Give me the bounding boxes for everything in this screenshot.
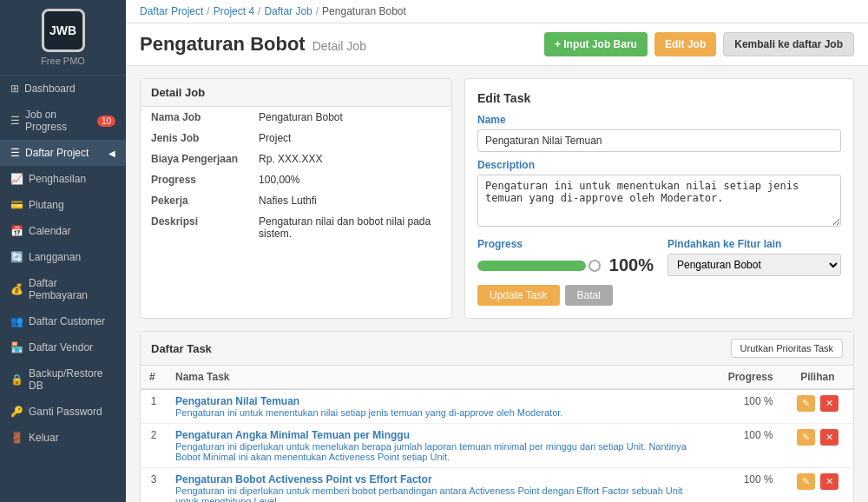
sidebar-item-daftar-pembayaran[interactable]: 💰 Daftar Pembayaran (0, 270, 126, 308)
kembali-button[interactable]: Kembali ke daftar Job (723, 32, 854, 56)
row3-task-desc: Pengaturan ini diperlukan untuk memberi … (175, 485, 704, 502)
sidebar-item-calendar[interactable]: 📅 Calendar (0, 218, 126, 244)
breadcrumb-daftar-project[interactable]: Daftar Project (140, 5, 203, 17)
sidebar-item-daftar-customer[interactable]: 👥 Daftar Customer (0, 308, 126, 334)
detail-row-nama: Nama Job Pengaturan Bobot (141, 107, 451, 128)
task-table-header-row: # Nama Task Progress Pilihan (141, 366, 853, 389)
col-nama-task: Nama Task (167, 366, 713, 389)
row2-progress: 100 % (713, 424, 782, 468)
backup-icon: 🔒 (10, 373, 23, 386)
task-table: # Nama Task Progress Pilihan 1 Pengatura… (141, 366, 853, 502)
row2-task-name[interactable]: Pengaturan Angka Minimal Temuan per Ming… (175, 429, 704, 441)
detail-label-progress: Progress (141, 169, 248, 190)
sidebar-item-daftar-vendor[interactable]: 🏪 Daftar Vendor (0, 334, 126, 360)
sidebar-item-piutang[interactable]: 💳 Piutang (0, 192, 126, 218)
row2-num: 2 (141, 424, 167, 468)
sidebar-item-penghasilan[interactable]: 📈 Penghasilan (0, 166, 126, 192)
keluar-icon: 🚪 (10, 432, 23, 444)
desc-textarea[interactable]: Pengaturan ini untuk menentukan nilai se… (477, 175, 841, 227)
row2-edit-button[interactable]: ✎ (797, 429, 815, 446)
sidebar-item-dashboard[interactable]: ⊞ Dashboard (0, 76, 126, 102)
top-panels: Detail Job Nama Job Pengaturan Bobot Jen… (140, 78, 854, 319)
urutkan-prioritas-button-top[interactable]: Urutkan Prioritas Task (731, 339, 843, 358)
name-input[interactable] (477, 129, 841, 152)
edit-task-title: Edit Task (477, 91, 841, 105)
detail-label-pekerja: Pekerja (141, 190, 248, 211)
sidebar: JWB Free PMO ⊞ Dashboard ☰ Job on Progre… (0, 0, 126, 502)
row2-delete-button[interactable]: ✕ (820, 429, 838, 446)
input-job-baru-button[interactable]: + Input Job Baru (544, 32, 648, 56)
detail-row-progress: Progress 100,00% (141, 169, 451, 190)
row1-task-name[interactable]: Pengaturan Nilai Temuan (175, 395, 704, 407)
table-row: 2 Pengaturan Angka Minimal Temuan per Mi… (141, 424, 853, 468)
sidebar-label-vendor: Daftar Vendor (29, 341, 93, 353)
daftar-task-panel: Daftar Task Urutkan Prioritas Task # Nam… (140, 331, 854, 502)
sidebar-item-daftar-project[interactable]: ☰ Daftar Project ◀ (0, 140, 126, 166)
col-progress: Progress (713, 366, 782, 389)
row3-task-name[interactable]: Pengaturan Bobot Activeness Point vs Eff… (175, 473, 704, 485)
sidebar-item-keluar[interactable]: 🚪 Keluar (0, 425, 126, 451)
progress-display: 100% (609, 255, 654, 275)
detail-job-panel: Detail Job Nama Job Pengaturan Bobot Jen… (140, 78, 452, 319)
pembayaran-icon: 💰 (10, 283, 23, 295)
row1-num: 1 (141, 389, 167, 424)
page-subtitle: Detail Job (312, 39, 366, 53)
main-content: Daftar Project / Project 4 / Daftar Job … (126, 0, 868, 502)
sidebar-item-langganan[interactable]: 🔄 Langganan (0, 244, 126, 270)
sidebar-label-backup: Backup/Restore DB (29, 367, 115, 392)
detail-value-deskripsi: Pengaturan nilai dan bobot nilai pada si… (248, 211, 451, 244)
sidebar-label-job: Job on Progress (25, 109, 92, 133)
col-num: # (141, 366, 167, 389)
breadcrumb-project4[interactable]: Project 4 (214, 5, 254, 17)
row1-task-desc: Pengaturan ini untuk menentukan nilai se… (175, 407, 704, 418)
row1-edit-button[interactable]: ✎ (797, 395, 815, 412)
detail-value-nama: Pengaturan Bobot (248, 107, 451, 128)
row3-delete-button[interactable]: ✕ (820, 473, 838, 490)
detail-job-table: Nama Job Pengaturan Bobot Jenis Job Proj… (141, 107, 451, 244)
sidebar-nav: ⊞ Dashboard ☰ Job on Progress 10 ☰ Dafta… (0, 76, 126, 502)
daftar-task-header: Daftar Task Urutkan Prioritas Task (141, 332, 853, 366)
sidebar-label-keluar: Keluar (29, 432, 59, 444)
detail-job-header: Detail Job (141, 79, 451, 107)
job-badge: 10 (97, 116, 115, 127)
logo-sub: Free PMO (41, 56, 85, 66)
row1-pilihan: ✎ ✕ (782, 389, 853, 424)
row1-task: Pengaturan Nilai Temuan Pengaturan ini u… (167, 389, 713, 424)
row2-pilihan: ✎ ✕ (782, 424, 853, 468)
sidebar-label-password: Ganti Password (29, 406, 102, 418)
row3-num: 3 (141, 468, 167, 503)
progress-handle[interactable] (589, 260, 601, 272)
form-actions: Update Task Batal (477, 285, 841, 306)
row3-edit-button[interactable]: ✎ (797, 473, 815, 490)
edit-task-panel: Edit Task Name Description Pengaturan in… (464, 78, 854, 319)
detail-label-biaya: Biaya Pengerjaan (141, 149, 248, 169)
detail-row-deskripsi: Deskripsi Pengaturan nilai dan bobot nil… (141, 211, 451, 244)
sidebar-item-backup-restore[interactable]: 🔒 Backup/Restore DB (0, 360, 126, 399)
sidebar-label-calendar: Calendar (29, 225, 71, 237)
table-row: 3 Pengaturan Bobot Activeness Point vs E… (141, 468, 853, 503)
pindah-section: Pindahkan ke Fitur lain Pengaturan Bobot (667, 238, 841, 276)
customer-icon: 👥 (10, 315, 23, 327)
page-header: Pengaturan Bobot Detail Job + Input Job … (126, 23, 868, 66)
sidebar-label-customer: Daftar Customer (29, 315, 105, 327)
langganan-icon: 🔄 (10, 251, 23, 263)
batal-button[interactable]: Batal (565, 285, 613, 306)
progress-row: Progress 100% Pindahkan ke Fitur lain (477, 238, 841, 276)
breadcrumb-current: Pengaturan Bobot (322, 5, 406, 17)
sidebar-label-piutang: Piutang (29, 199, 64, 211)
sidebar-item-ganti-password[interactable]: 🔑 Ganti Password (0, 399, 126, 425)
update-task-button[interactable]: Update Task (477, 285, 560, 306)
detail-label-jenis: Jenis Job (141, 128, 248, 149)
table-row: 1 Pengaturan Nilai Temuan Pengaturan ini… (141, 389, 853, 424)
breadcrumb-daftar-job[interactable]: Daftar Job (264, 5, 312, 17)
sidebar-item-job-on-progress[interactable]: ☰ Job on Progress 10 (0, 102, 126, 140)
sidebar-label-dashboard: Dashboard (24, 83, 76, 95)
sidebar-logo: JWB Free PMO (0, 0, 126, 76)
pindah-select[interactable]: Pengaturan Bobot (667, 254, 841, 276)
edit-job-button[interactable]: Edit Job (654, 32, 716, 56)
progress-fill (477, 261, 586, 271)
breadcrumb: Daftar Project / Project 4 / Daftar Job … (126, 0, 868, 23)
row1-delete-button[interactable]: ✕ (820, 395, 838, 412)
detail-value-jenis: Project (248, 128, 451, 149)
desc-label: Description (477, 159, 841, 171)
